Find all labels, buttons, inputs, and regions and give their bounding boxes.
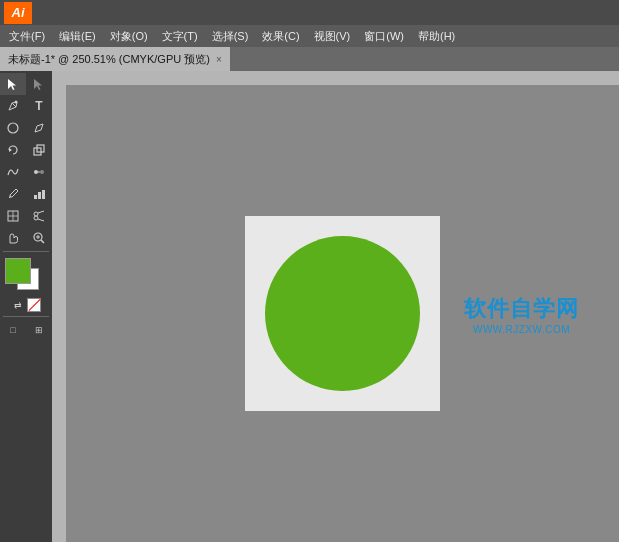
tool-row-6 xyxy=(0,183,52,205)
type-tool[interactable]: T xyxy=(26,95,52,117)
menu-object[interactable]: 对象(O) xyxy=(103,27,155,46)
svg-marker-4 xyxy=(9,148,12,152)
svg-point-2 xyxy=(15,101,18,104)
ellipse-tool[interactable] xyxy=(0,117,26,139)
canvas-inner: 软件自学网 WWW.RJZXW.COM xyxy=(52,85,619,542)
screen-mode-button[interactable]: ⊞ xyxy=(26,319,52,341)
menu-file[interactable]: 文件(F) xyxy=(2,27,52,46)
svg-line-18 xyxy=(38,219,44,221)
menu-window[interactable]: 窗口(W) xyxy=(357,27,411,46)
ruler-horizontal xyxy=(52,71,619,85)
warp-tool[interactable] xyxy=(0,161,26,183)
menu-select[interactable]: 选择(S) xyxy=(205,27,256,46)
toolbar-separator-1 xyxy=(3,251,49,252)
menu-type[interactable]: 文字(T) xyxy=(155,27,205,46)
pencil-tool[interactable] xyxy=(26,117,52,139)
svg-rect-9 xyxy=(34,195,37,199)
watermark-text-main: 软件自学网 xyxy=(464,293,579,323)
svg-point-3 xyxy=(8,123,18,133)
menu-bar: 文件(F) 编辑(E) 对象(O) 文字(T) 选择(S) 效果(C) 视图(V… xyxy=(0,25,619,47)
green-circle xyxy=(265,236,420,391)
slice-tool[interactable] xyxy=(0,205,26,227)
svg-point-15 xyxy=(34,212,38,216)
svg-marker-1 xyxy=(34,79,42,90)
artboard xyxy=(245,216,440,411)
scale-tool[interactable] xyxy=(26,139,52,161)
none-swatch[interactable] xyxy=(27,298,41,312)
svg-rect-10 xyxy=(38,192,41,199)
menu-view[interactable]: 视图(V) xyxy=(307,27,358,46)
canvas-area[interactable]: 软件自学网 WWW.RJZXW.COM xyxy=(66,85,619,542)
color-section: ⇄ xyxy=(3,254,49,314)
draw-mode-button[interactable]: □ xyxy=(0,319,26,341)
foreground-color-swatch[interactable] xyxy=(5,258,31,284)
app-logo: Ai xyxy=(4,2,32,24)
scissors-tool[interactable] xyxy=(26,205,52,227)
left-toolbar: T xyxy=(0,71,52,542)
toolbar-separator-2 xyxy=(3,316,49,317)
svg-point-16 xyxy=(34,216,38,220)
tab-label: 未标题-1* @ 250.51% (CMYK/GPU 预览) xyxy=(8,52,210,67)
svg-line-17 xyxy=(38,211,44,213)
tab-bar: 未标题-1* @ 250.51% (CMYK/GPU 预览) × xyxy=(0,47,619,71)
select-tool[interactable] xyxy=(0,73,26,95)
svg-marker-0 xyxy=(8,79,16,90)
rotate-tool[interactable] xyxy=(0,139,26,161)
tool-row-7 xyxy=(0,205,52,227)
graph-tool[interactable] xyxy=(26,183,52,205)
svg-rect-11 xyxy=(42,190,45,199)
svg-point-7 xyxy=(34,170,38,174)
title-bar: Ai xyxy=(0,0,619,25)
direct-select-tool[interactable] xyxy=(26,73,52,95)
hand-tool[interactable] xyxy=(0,227,26,249)
svg-point-8 xyxy=(40,170,44,174)
menu-effect[interactable]: 效果(C) xyxy=(255,27,306,46)
svg-line-20 xyxy=(41,240,44,243)
main-area: T xyxy=(0,71,619,542)
blend-tool[interactable] xyxy=(26,161,52,183)
menu-help[interactable]: 帮助(H) xyxy=(411,27,462,46)
tool-row-5 xyxy=(0,161,52,183)
fg-bg-swatches[interactable] xyxy=(5,258,47,294)
tool-row-3 xyxy=(0,117,52,139)
pen-tool[interactable] xyxy=(0,95,26,117)
swap-colors-button[interactable]: ⇄ xyxy=(11,298,25,312)
tool-row-2: T xyxy=(0,95,52,117)
eyedropper-tool[interactable] xyxy=(0,183,26,205)
stroke-none-row: ⇄ xyxy=(11,298,41,312)
tool-row-extra: □ ⊞ xyxy=(0,319,52,341)
document-tab[interactable]: 未标题-1* @ 250.51% (CMYK/GPU 预览) × xyxy=(0,47,230,71)
zoom-tool[interactable] xyxy=(26,227,52,249)
tool-row-8 xyxy=(0,227,52,249)
ruler-vertical xyxy=(52,85,66,542)
tab-close-button[interactable]: × xyxy=(216,54,222,65)
canvas-wrapper: 软件自学网 WWW.RJZXW.COM xyxy=(52,71,619,542)
tool-row-4 xyxy=(0,139,52,161)
tool-row-1 xyxy=(0,73,52,95)
menu-edit[interactable]: 编辑(E) xyxy=(52,27,103,46)
watermark-text-sub: WWW.RJZXW.COM xyxy=(464,323,579,334)
watermark: 软件自学网 WWW.RJZXW.COM xyxy=(464,293,579,334)
